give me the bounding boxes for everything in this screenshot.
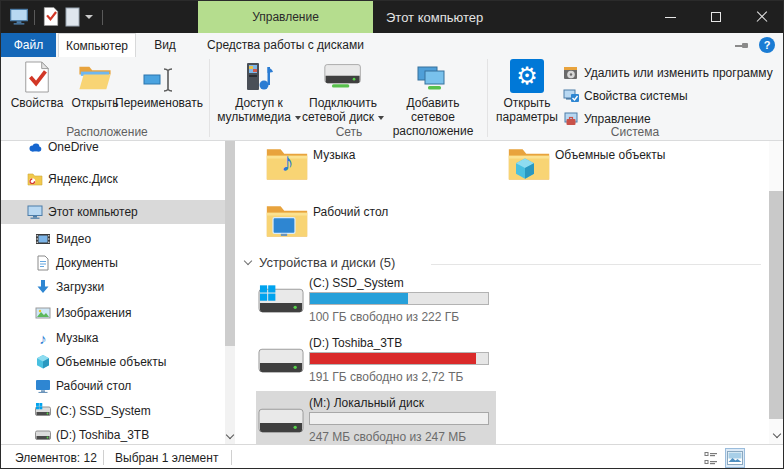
sidebar-item-drive-c[interactable]: (C:) SSD_System: [1, 399, 225, 423]
maximize-icon: [711, 12, 721, 22]
sidebar-item-drive-d[interactable]: (D:) Toshiba_3TB: [1, 423, 225, 444]
yandex-disk-icon: [27, 171, 43, 187]
properties-button[interactable]: Свойства: [7, 59, 67, 110]
dropdown-arrow-icon: [378, 116, 384, 120]
items-count: Элементов: 12: [15, 445, 97, 469]
app-computer-icon: [9, 7, 29, 26]
tab-file[interactable]: Файл: [1, 33, 56, 57]
drive-m-icon: [258, 405, 305, 440]
qat-properties-icon[interactable]: [42, 6, 60, 27]
status-bar: Элементов: 12 Выбран 1 элемент: [1, 444, 783, 469]
window-title: Этот компьютер: [386, 1, 483, 33]
dropdown-arrow-icon: [295, 116, 301, 120]
qat-dropdown-icon[interactable]: [85, 15, 93, 19]
drive-tile-d[interactable]: (D:) Toshiba_3TB 191 ГБ свободно из 2,72…: [256, 331, 496, 384]
collapse-chevron-icon: [244, 257, 252, 265]
3d-objects-icon: [35, 354, 51, 370]
map-network-drive-icon: [324, 59, 362, 93]
rename-button[interactable]: Переименовать: [109, 59, 209, 110]
qat-new-item-icon[interactable]: [65, 7, 80, 27]
selection-count: Выбран 1 элемент: [115, 445, 218, 469]
tab-view[interactable]: Вид: [141, 33, 189, 57]
open-settings-button[interactable]: ⚙ Открыть параметры: [495, 59, 559, 124]
qat-separator: [102, 10, 103, 25]
add-network-location-icon: [416, 59, 450, 93]
3d-cube-icon: [513, 157, 537, 181]
music-note-icon: ♪: [281, 149, 294, 175]
ribbon-pin-icon[interactable]: [735, 43, 749, 48]
map-network-drive-button[interactable]: Подключить сетевой диск: [301, 59, 385, 124]
large-icons-view-button[interactable]: [725, 448, 745, 468]
downloads-icon: [35, 279, 51, 295]
sidebar-scrollbar-thumb[interactable]: [225, 141, 235, 346]
ribbon-group-separator: [487, 59, 488, 137]
sidebar-item-music[interactable]: ♪ Музыка: [1, 326, 225, 350]
main-scroll-down-icon[interactable]: [769, 427, 784, 444]
group-label-location: Расположение: [7, 125, 207, 139]
sidebar-item-downloads[interactable]: Загрузки: [1, 275, 225, 299]
minimize-button[interactable]: [647, 1, 693, 33]
sidebar-item-yandex-disk[interactable]: Яндекс.Диск: [1, 167, 225, 191]
sidebar-item-desktop[interactable]: Рабочий стол: [1, 374, 225, 398]
minimize-icon: [665, 17, 676, 18]
sidebar-item-this-pc[interactable]: Этот компьютер: [1, 200, 225, 224]
help-icon[interactable]: ?: [759, 37, 775, 53]
uninstall-program-button[interactable]: Удалить или изменить программу: [563, 64, 773, 82]
drive-d-icon: [35, 427, 51, 443]
group-label-system: Система: [495, 125, 775, 139]
drive-c-icon: [35, 403, 51, 419]
this-pc-icon: [27, 204, 43, 220]
sidebar-item-3d-objects[interactable]: Объемные объекты: [1, 350, 225, 374]
ribbon-tab-row: Файл Компьютер Вид Средства работы с дис…: [1, 33, 783, 57]
qat-separator: [34, 10, 35, 25]
sidebar-item-documents[interactable]: Документы: [1, 251, 225, 275]
sidebar-item-pictures[interactable]: Изображения: [1, 301, 225, 325]
large-icons-view-icon: [727, 451, 743, 465]
explorer-window: Управление Этот компьютер Файл Компьютер…: [0, 0, 784, 469]
capacity-bar: [309, 292, 489, 305]
ribbon: Свойства Открыть Переименовать Расположе…: [1, 57, 783, 141]
drive-c-icon: [258, 285, 305, 320]
rename-icon: [142, 59, 176, 93]
maximize-button[interactable]: [693, 1, 739, 33]
section-divider: [431, 264, 761, 265]
pictures-icon: [35, 305, 51, 321]
ribbon-group-separator: [209, 59, 210, 137]
media-access-button[interactable]: Доступ к мультимедиа: [217, 59, 301, 124]
music-icon: ♪: [35, 330, 51, 346]
media-access-icon: [243, 59, 275, 93]
drive-tile-m[interactable]: (M:) Локальный диск 247 МБ свободно из 2…: [256, 391, 496, 444]
settings-gear-icon: ⚙: [510, 59, 544, 93]
system-properties-button[interactable]: Свойства системы: [563, 87, 688, 105]
close-icon: [756, 11, 768, 23]
desktop-icon: [35, 378, 51, 394]
details-view-icon: [704, 451, 718, 465]
sidebar-scroll-down-icon[interactable]: [225, 428, 235, 444]
documents-icon: [35, 255, 51, 271]
capacity-bar: [309, 352, 489, 365]
sidebar-item-onedrive[interactable]: OneDrive: [1, 141, 225, 159]
close-button[interactable]: [739, 1, 784, 33]
open-folder-icon: [78, 59, 112, 93]
status-separator: [231, 450, 232, 465]
desktop-monitor-icon: [271, 216, 297, 238]
properties-icon: [22, 59, 52, 93]
navigation-pane: OneDrive Яндекс.Диск Этот компьютер Виде…: [1, 141, 235, 444]
contextual-ribbon-header[interactable]: Управление: [198, 1, 373, 33]
system-properties-icon: [563, 88, 579, 104]
capacity-bar: [309, 412, 489, 425]
section-devices-and-drives[interactable]: Устройства и диски (5): [245, 253, 395, 271]
videos-icon: [35, 231, 51, 247]
title-bar: Управление Этот компьютер: [1, 1, 783, 33]
uninstall-program-icon: [563, 65, 579, 81]
details-view-button[interactable]: [701, 448, 721, 468]
drive-d-icon: [258, 345, 305, 380]
drive-tile-c[interactable]: (C:) SSD_System 100 ГБ свободно из 222 Г…: [256, 271, 496, 324]
tab-computer[interactable]: Компьютер: [58, 33, 136, 57]
status-separator: [103, 450, 104, 465]
onedrive-cloud-icon: [27, 141, 43, 155]
sidebar-item-videos[interactable]: Видео: [1, 227, 225, 251]
main-scrollbar-thumb[interactable]: [769, 191, 784, 419]
tab-disk-tools[interactable]: Средства работы с дисками: [198, 33, 373, 57]
group-label-network: Сеть: [217, 125, 481, 139]
